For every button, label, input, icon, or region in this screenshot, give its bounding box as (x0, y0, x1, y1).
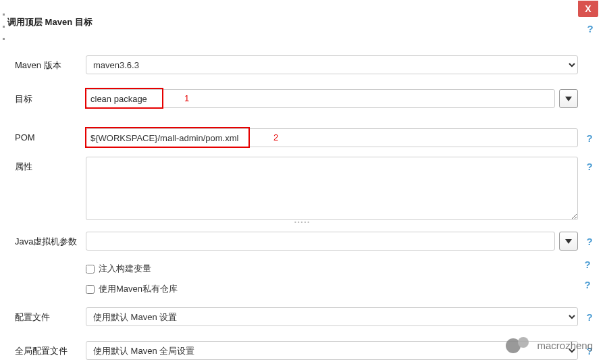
row-checkboxes: 注入构建变量 使用Maven私有仓库 ? ? (8, 255, 597, 295)
help-icon[interactable]: ? (584, 311, 595, 322)
close-button[interactable]: X (578, 1, 598, 17)
settings-select[interactable]: 使用默认 Maven 设置 (86, 307, 578, 326)
pom-input[interactable] (86, 128, 578, 147)
help-icon[interactable]: ? (584, 132, 595, 143)
form-body: Maven 版本 maven3.6.3 目标 1 POM 2 ? 属性 (0, 46, 605, 364)
goal-input[interactable] (86, 89, 555, 108)
chevron-down-icon (565, 239, 572, 244)
label-global-settings: 全局配置文件 (8, 341, 86, 357)
wechat-icon (506, 337, 533, 353)
label-pom: POM (8, 128, 86, 142)
chevron-down-icon (565, 97, 572, 101)
label-goal: 目标 (8, 89, 86, 105)
label-maven-version: Maven 版本 (8, 55, 86, 72)
inject-vars-checkbox[interactable] (86, 265, 95, 274)
help-icon[interactable]: ? (582, 259, 593, 269)
inject-vars-checkbox-row[interactable]: 注入构建变量 (86, 263, 151, 275)
row-properties: 属性 ? (8, 157, 597, 220)
label-settings: 配置文件 (8, 307, 86, 323)
section-title: 调用顶层 Maven 目标 (7, 16, 93, 28)
maven-version-select[interactable]: maven3.6.3 (86, 55, 578, 74)
jvm-expand-button[interactable] (559, 232, 578, 251)
label-properties: 属性 (8, 157, 86, 173)
row-jvm-opts: Java虚拟机参数 ? (8, 232, 597, 251)
row-settings: 配置文件 使用默认 Maven 设置 ? (8, 307, 597, 326)
help-icon[interactable]: ? (584, 161, 595, 172)
drag-handle-icon[interactable] (3, 4, 5, 40)
private-repo-checkbox[interactable] (86, 285, 95, 294)
global-settings-select[interactable]: 使用默认 Maven 全局设置 (86, 341, 578, 360)
goal-expand-button[interactable] (559, 89, 578, 108)
label-jvm-opts: Java虚拟机参数 (8, 232, 86, 248)
properties-textarea[interactable] (86, 157, 578, 220)
section-header: 调用顶层 Maven 目标 X ? (0, 0, 605, 46)
row-pom: POM 2 ? (8, 128, 597, 147)
help-icon[interactable]: ? (582, 279, 593, 290)
help-icon[interactable]: ? (585, 23, 596, 34)
row-maven-version: Maven 版本 maven3.6.3 (8, 55, 597, 74)
inject-vars-label: 注入构建变量 (99, 263, 151, 275)
private-repo-label: 使用Maven私有仓库 (99, 283, 178, 295)
jvm-opts-input[interactable] (86, 232, 555, 251)
help-icon[interactable]: ? (584, 236, 595, 246)
row-goal: 目标 1 (8, 89, 597, 108)
private-repo-checkbox-row[interactable]: 使用Maven私有仓库 (86, 283, 178, 295)
watermark: macrozheng (506, 337, 593, 353)
watermark-text: macrozheng (537, 340, 593, 351)
